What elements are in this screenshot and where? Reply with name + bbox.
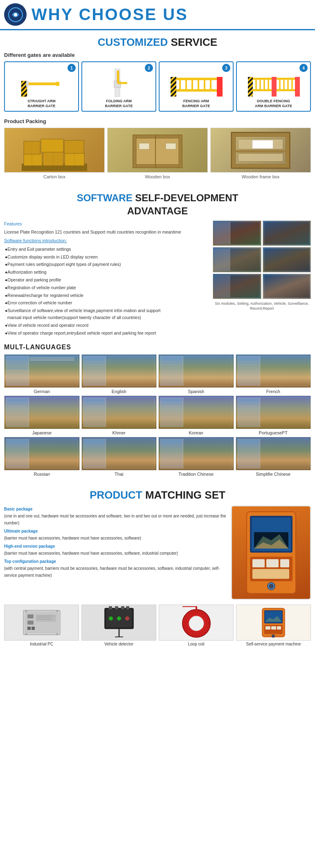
ss-4	[263, 247, 311, 272]
svg-rect-42	[24, 153, 42, 166]
gate-img-3	[162, 65, 230, 97]
gate-num-3: 3	[222, 64, 230, 72]
machine-img	[231, 506, 311, 600]
carton-box-img	[22, 129, 87, 172]
ultimate-label: Ultimate package	[4, 529, 38, 533]
software-rest: SELF-DEVELOPMENTADVANTAGE	[127, 192, 239, 216]
func-2: ●Customize display words in LED display …	[5, 254, 208, 261]
svg-point-121	[272, 634, 275, 638]
comp-item-payment: Self-service payment machine	[236, 605, 311, 646]
comp-item-loop: Loop coil	[159, 605, 234, 646]
lang-label-khmer: Khmer	[81, 430, 157, 435]
svg-point-91	[25, 610, 27, 612]
lang-item-portuguesept: PortuguesePT	[236, 396, 311, 435]
highend-desc: (barrier must have accessories, hardware…	[4, 551, 178, 555]
svg-rect-67	[252, 140, 273, 148]
features-label: Features	[4, 220, 208, 228]
svg-rect-55	[179, 135, 182, 168]
lang-item-russian: Russian	[4, 437, 80, 477]
payment-machine-col	[231, 506, 311, 600]
gate-svg-1	[19, 69, 64, 97]
languages-section: MULT-LANGUAGES German	[0, 344, 315, 483]
intro-label: Software functions introduction:	[4, 237, 208, 245]
func-5: ●Operator and parking profile	[5, 277, 208, 283]
svg-rect-87	[36, 614, 56, 622]
lang-item-english: English	[81, 354, 157, 394]
svg-rect-66	[238, 153, 283, 162]
svg-rect-97	[109, 606, 112, 609]
func-4: ●Authorization setting	[5, 269, 208, 276]
lang-screen-english	[81, 354, 157, 388]
gate-item-4: 4	[236, 61, 311, 112]
ss-2	[263, 220, 311, 246]
svg-rect-118	[266, 626, 270, 630]
svg-rect-45	[24, 141, 40, 154]
lang-item-thai: Thai	[81, 437, 157, 477]
svg-rect-84	[27, 621, 34, 625]
func-9: ●Surveillance of software,view of vehicl…	[5, 307, 208, 321]
gate-num-1: 1	[68, 64, 76, 72]
gate-img-1	[7, 65, 76, 97]
packing-grid: Carton box Wooden box	[4, 128, 311, 179]
product-inner: Basic package (one in and one out, hardw…	[4, 506, 311, 600]
svg-rect-85	[27, 627, 31, 630]
header-logo	[4, 3, 27, 26]
comp-img-loop	[159, 605, 234, 641]
lang-label-english: English	[81, 389, 157, 394]
gate-img-4	[239, 65, 308, 97]
svg-rect-14	[171, 77, 176, 97]
logo-icon	[8, 7, 23, 22]
func-7: ●Renewal/recharge for registered vehicle	[5, 292, 208, 299]
lang-label-tradition-chinese: Tradition Chinese	[158, 472, 234, 477]
machine-svg	[234, 508, 308, 598]
func-3: ●Payment rules setting(support eight typ…	[5, 261, 208, 268]
ultimate-package: Ultimate package (barrier must have acce…	[4, 528, 227, 542]
software-screenshots-col: Six modules, Setting, Authorization, Veh…	[213, 220, 311, 311]
svg-rect-58	[166, 143, 176, 149]
product-text-col: Basic package (one in and one out, hardw…	[4, 506, 227, 579]
product-title: PRODUCT MATCHING SET	[4, 483, 311, 506]
func-1: ●Entry and Exit parameter settings	[5, 246, 208, 253]
lang-label-russian: Russian	[4, 472, 80, 477]
comp-img-industrial	[4, 605, 79, 641]
svg-rect-63	[285, 133, 289, 168]
svg-rect-99	[121, 606, 124, 609]
top-desc: (with central payment, barriers must be …	[4, 566, 220, 578]
svg-rect-33	[253, 89, 272, 91]
loop-coil-svg	[178, 606, 214, 639]
software-colored: SOFTWARE	[77, 192, 133, 203]
gate-item-3: 3	[159, 61, 234, 112]
lang-screen-german	[4, 354, 80, 388]
func-11: ●View of operator charge report,entry&ex…	[5, 330, 208, 337]
svg-rect-10	[117, 71, 119, 83]
lang-label-spanish: Spanish	[158, 389, 234, 394]
comp-label-industrial: Industrial PC	[4, 642, 79, 646]
svg-rect-46	[41, 139, 63, 152]
software-title: SOFTWARE SELF-DEVELOPMENTADVANTAGE	[4, 186, 311, 220]
languages-title: MULT-LANGUAGES	[4, 344, 311, 351]
pack-label-1: Carton box	[4, 174, 105, 179]
svg-rect-39	[277, 89, 295, 91]
gate-svg-2	[103, 69, 135, 97]
func-8: ●Error correction of vehicle number	[5, 299, 208, 306]
gate-label-4: DOUBLE FENCINGARM BARRIER GATE	[239, 99, 308, 108]
lang-label-portuguesept: PortuguesePT	[236, 430, 311, 435]
svg-point-94	[56, 633, 58, 635]
gates-grid: 1 STRAIGHT	[4, 61, 311, 112]
product-rest: MATCHING SET	[142, 489, 225, 501]
lang-label-simplifie-chinese: Simplifie Chinese	[236, 472, 311, 477]
svg-point-103	[125, 616, 129, 621]
ss-6	[263, 274, 311, 299]
svg-rect-52	[133, 135, 182, 138]
svg-rect-27	[272, 77, 277, 97]
gate-label-3: FENCING ARMBARRIER GATE	[162, 99, 230, 108]
svg-rect-7	[56, 82, 59, 86]
ss-5	[213, 274, 261, 299]
pack-img-2	[107, 128, 208, 173]
highend-label: High-end version package	[4, 544, 55, 549]
svg-rect-100	[126, 606, 129, 609]
svg-rect-15	[217, 77, 223, 97]
func-10: ●View of vehicle record and operator rec…	[5, 322, 208, 329]
basic-desc: (one in and one out, hardware must be ac…	[4, 514, 226, 525]
product-section: PRODUCT MATCHING SET Basic package (one …	[0, 483, 315, 654]
